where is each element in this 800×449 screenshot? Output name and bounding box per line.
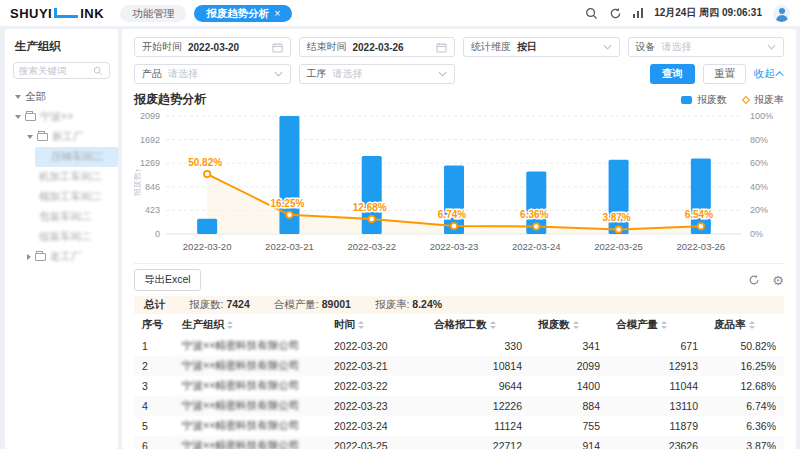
sort-icon[interactable] [749,321,755,329]
search-icon[interactable] [585,7,598,20]
rate-label: 6.74% [438,209,466,220]
right-axis-tick: 0% [750,229,763,239]
chevron-down-icon [767,44,776,50]
caret-down-icon[interactable] [15,115,21,119]
tree-item[interactable]: 压铸车间二 [35,147,118,167]
legend-label: 报废数 [697,93,727,107]
top-bar: SHUYIINK 功能管理报废趋势分析× 12月24日 周四 09:06:31 [0,0,800,26]
org-sidebar: 生产组织 全部宁波××新工厂压铸车间二机加工车间二模加工车间二包装车间二组装车间… [5,29,118,449]
filter-field-工序[interactable]: 工序请选择 [299,64,456,84]
tree-item[interactable]: 新工厂 [5,127,118,147]
caret-right-icon[interactable] [27,254,31,260]
cell: 2099 [530,356,608,376]
sort-icon[interactable] [573,321,579,329]
chevron-up-icon [775,71,783,79]
column-header-生产组织[interactable]: 生产组织 [174,314,326,336]
line-marker [369,216,375,222]
diamond-marker-icon [742,95,750,103]
folder-icon [37,133,48,141]
filter-row-1: 开始时间2022-03-20结束时间2022-03-26统计维度按日设备请选择 [134,37,784,57]
tree-item-label: 组装车间二 [39,230,92,244]
summary-bar: 总计 报废数:7424 合模产量:89001 报废率:8.24% [134,296,784,314]
square-marker-icon [681,96,692,104]
tree-item[interactable]: 组装车间二 [5,227,118,247]
column-header-合模产量[interactable]: 合模产量 [608,314,706,336]
y-axis-title: 报废数 [134,172,142,197]
left-axis-tick: 1692 [140,135,160,145]
right-axis-tick: 80% [750,135,768,145]
line-marker [204,171,210,177]
user-avatar[interactable] [773,5,790,22]
tree-item[interactable]: 全部 [5,87,118,107]
field-placeholder: 请选择 [168,67,198,81]
sort-icon[interactable] [661,321,667,329]
summary-scrap-count: 报废数:7424 [189,298,250,312]
close-tab-icon[interactable]: × [274,7,280,19]
cell: 6.36% [706,416,784,436]
field-placeholder: 请选择 [662,40,692,54]
datetime-display: 12月24日 周四 09:06:31 [654,6,762,20]
reset-button[interactable]: 重置 [703,64,746,84]
tab-0[interactable]: 功能管理 [120,5,186,22]
tab-1[interactable]: 报废趋势分析× [194,5,292,22]
export-excel-button[interactable]: 导出Excel [134,269,201,291]
sidebar-title: 生产组织 [5,37,118,62]
calendar-icon [436,42,447,53]
search-input[interactable] [19,65,89,76]
cell: 1400 [530,376,608,396]
tree-item[interactable]: 包装车间二 [5,207,118,227]
legend-item-报废数[interactable]: 报废数 [681,93,727,107]
column-header-报废数[interactable]: 报废数 [530,314,608,336]
x-axis-label: 2022-03-25 [594,241,643,252]
tree-item[interactable]: 机加工车间二 [5,167,118,187]
column-header-时间[interactable]: 时间 [326,314,426,336]
gear-icon[interactable]: ⚙ [772,274,784,287]
filter-field-统计维度[interactable]: 统计维度按日 [463,37,620,57]
cell: 6.74% [706,396,784,416]
cell: 1 [134,336,174,356]
cell: 6 [134,436,174,449]
cell: 4 [134,396,174,416]
filter-field-产品[interactable]: 产品请选择 [134,64,291,84]
right-axis-tick: 100% [750,111,773,121]
table-header-row: 序号生产组织时间合格报工数报废数合模产量废品率 [134,314,784,336]
cell: 宁波××精密科技有限公司 [174,336,326,356]
tree-item[interactable]: 模加工车间二 [5,187,118,207]
line-marker [698,223,704,229]
legend-item-报废率[interactable]: 报废率 [743,93,784,107]
left-axis-tick: 0 [155,229,160,239]
calendar-icon [272,42,283,53]
chart-title: 报废趋势分析 [134,91,206,108]
left-axis-tick: 846 [145,182,160,192]
trend-chart: 2099100%169280%126960%84640%42320%00%←报废… [134,110,784,260]
table-row: 2宁波××精密科技有限公司2022-03-211081420991291316.… [134,356,784,376]
column-header-废品率[interactable]: 废品率 [706,314,784,336]
cell: 16.25% [706,356,784,376]
line-marker [615,226,621,232]
cell: 9644 [426,376,530,396]
cell: 12.68% [706,376,784,396]
tree-item[interactable]: 宁波×× [5,107,118,127]
sort-icon[interactable] [490,321,496,329]
chart-header: 报废趋势分析 报废数报废率 [134,91,784,108]
tree-item[interactable]: 老工厂 [5,247,118,267]
sort-icon[interactable] [358,321,364,329]
search-icon [93,66,103,76]
caret-down-icon[interactable] [27,135,33,139]
cell: 884 [530,396,608,416]
filter-field-设备[interactable]: 设备请选择 [628,37,785,57]
collapse-link[interactable]: 收起 [754,67,784,81]
filter-field-开始时间[interactable]: 开始时间2022-03-20 [134,37,291,57]
x-axis-label: 2022-03-24 [512,241,561,252]
filter-field-结束时间[interactable]: 结束时间2022-03-26 [299,37,456,57]
cell: 11879 [608,416,706,436]
summary-total-label: 总计 [144,298,165,312]
query-button[interactable]: 查询 [650,64,695,84]
refresh-icon[interactable] [609,7,622,20]
refresh-icon[interactable] [748,274,760,286]
tree-item-label: 压铸车间二 [51,150,104,164]
sort-icon[interactable] [227,321,233,329]
column-header-合格报工数[interactable]: 合格报工数 [426,314,530,336]
right-axis-tick: 40% [750,182,768,192]
caret-down-icon[interactable] [15,95,21,99]
